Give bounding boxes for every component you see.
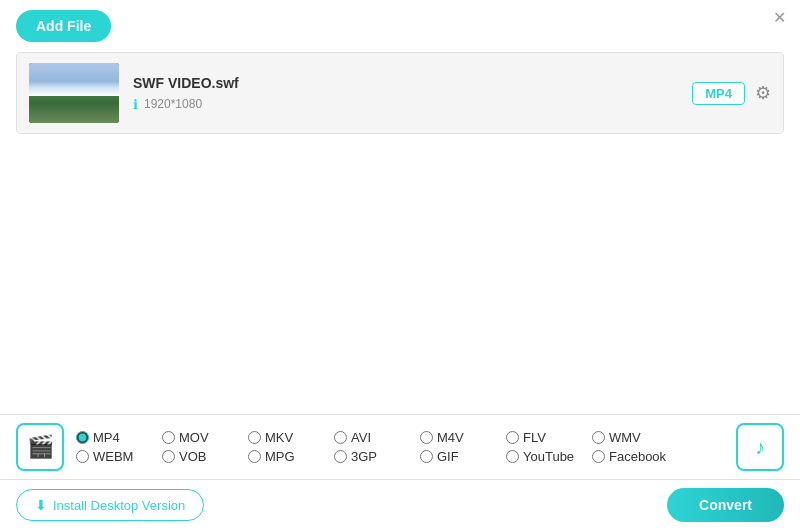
download-icon: ⬇ (35, 497, 47, 513)
format-option-mpg[interactable]: MPG (248, 449, 318, 464)
add-file-button[interactable]: Add File (16, 10, 111, 42)
format-option-webm[interactable]: WEBM (76, 449, 146, 464)
format-row-1: MP4 MOV MKV AVI M4V (76, 430, 724, 445)
format-option-m4v[interactable]: M4V (420, 430, 490, 445)
format-option-gif[interactable]: GIF (420, 449, 490, 464)
toolbar: Add File (0, 0, 800, 52)
file-thumbnail (29, 63, 119, 123)
file-info: SWF VIDEO.swf ℹ 1920*1080 (133, 75, 692, 112)
footer: ⬇ Install Desktop Version Convert (0, 479, 800, 530)
convert-button[interactable]: Convert (667, 488, 784, 522)
film-icon: 🎬 (27, 434, 54, 460)
info-icon[interactable]: ℹ (133, 97, 138, 112)
install-label: Install Desktop Version (53, 498, 185, 513)
format-option-youtube[interactable]: YouTube (506, 449, 576, 464)
format-options: MP4 MOV MKV AVI M4V (76, 430, 724, 464)
file-list: SWF VIDEO.swf ℹ 1920*1080 MP4 ⚙ (16, 52, 784, 134)
file-meta: ℹ 1920*1080 (133, 97, 692, 112)
bottom-panel: 🎬 MP4 MOV MKV AVI (0, 414, 800, 530)
audio-format-icon[interactable]: ♪ (736, 423, 784, 471)
install-desktop-button[interactable]: ⬇ Install Desktop Version (16, 489, 204, 521)
close-button[interactable]: ✕ (773, 10, 786, 26)
format-option-avi[interactable]: AVI (334, 430, 404, 445)
format-row-2: WEBM VOB MPG 3GP GIF (76, 449, 724, 464)
format-option-mov[interactable]: MOV (162, 430, 232, 445)
format-option-mp4[interactable]: MP4 (76, 430, 146, 445)
format-option-flv[interactable]: FLV (506, 430, 576, 445)
settings-icon[interactable]: ⚙ (755, 82, 771, 104)
format-selector-row: 🎬 MP4 MOV MKV AVI (0, 415, 800, 479)
format-option-vob[interactable]: VOB (162, 449, 232, 464)
video-format-icon[interactable]: 🎬 (16, 423, 64, 471)
format-option-wmv[interactable]: WMV (592, 430, 662, 445)
file-resolution: 1920*1080 (144, 97, 202, 111)
format-option-mkv[interactable]: MKV (248, 430, 318, 445)
file-item: SWF VIDEO.swf ℹ 1920*1080 MP4 ⚙ (17, 53, 783, 133)
file-actions: MP4 ⚙ (692, 82, 771, 105)
format-badge[interactable]: MP4 (692, 82, 745, 105)
format-option-facebook[interactable]: Facebook (592, 449, 666, 464)
format-option-3gp[interactable]: 3GP (334, 449, 404, 464)
music-note-icon: ♪ (755, 436, 765, 459)
file-name: SWF VIDEO.swf (133, 75, 692, 91)
main-content (0, 134, 800, 384)
